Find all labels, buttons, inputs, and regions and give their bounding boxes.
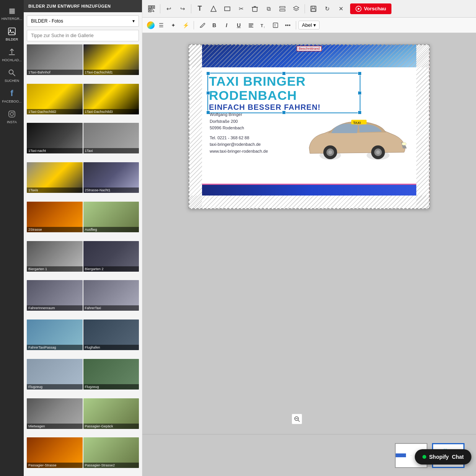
align-center-button[interactable]: ☰ xyxy=(155,20,167,31)
undo-button[interactable]: ↩ xyxy=(163,3,175,15)
svg-text:↕: ↕ xyxy=(264,26,265,28)
sidebar-item-hochlad[interactable]: HOCHLAD... xyxy=(0,44,24,64)
cut-button[interactable]: ✂ xyxy=(235,3,247,15)
contact-street: Dorfstraße 200 xyxy=(210,118,268,125)
panel-title: BILDER ZUM ENTWURF HINZUFÜGEN xyxy=(24,0,142,12)
sidebar-item-label: HOCHLAD... xyxy=(2,58,22,62)
sidebar-item-facebook[interactable]: f FACEBOO... xyxy=(0,86,24,106)
qr-button[interactable] xyxy=(145,3,158,15)
format-divider-2 xyxy=(296,21,296,29)
underline-button[interactable]: U xyxy=(233,20,245,31)
chat-button[interactable]: Shopify Chat xyxy=(415,449,471,465)
image-thumb-img-16[interactable]: Flughafen xyxy=(83,320,139,350)
image-thumb-img-13[interactable]: FahrerInnenraum xyxy=(27,280,83,311)
svg-rect-12 xyxy=(152,9,153,10)
svg-rect-9 xyxy=(149,7,150,8)
text-size-button[interactable]: T↕ xyxy=(258,20,269,31)
svg-point-39 xyxy=(328,150,332,154)
shape-button[interactable] xyxy=(207,3,220,15)
text-frame-button[interactable]: T xyxy=(270,20,281,31)
bold-button[interactable]: B xyxy=(209,20,220,31)
image-thumb-img-22[interactable]: Passagier-Strasse2 xyxy=(83,437,139,468)
image-thumb-img-5[interactable]: 1Taxi-nacht xyxy=(27,123,83,153)
hintergrund-icon: ▦ xyxy=(7,5,17,16)
more-button[interactable]: ••• xyxy=(282,20,293,31)
image-thumb-label: FahrerInnenraum xyxy=(27,305,83,311)
copy-button[interactable]: ⧉ xyxy=(262,3,275,15)
italic-button[interactable]: I xyxy=(221,20,232,31)
image-thumb-img-7[interactable]: 1Taxis xyxy=(27,162,83,193)
image-thumb-img-4[interactable]: 1Taxi-Dachschild3 xyxy=(83,84,139,114)
zoom-out-button[interactable] xyxy=(292,414,302,424)
image-thumb-label: Flughafen xyxy=(83,345,139,350)
image-thumb-img-18[interactable]: Flugzeug xyxy=(83,359,139,390)
image-thumb-img-15[interactable]: FahrerTaxiPassag xyxy=(27,320,83,350)
image-thumb-img-1[interactable]: 1Taxi-Bahnhof xyxy=(27,44,83,75)
sparkle-button[interactable]: ✦ xyxy=(168,20,179,31)
pen-button[interactable] xyxy=(196,20,208,31)
image-thumb-img-12[interactable]: Biergarten 2 xyxy=(83,241,139,272)
contact-phone: Tel. 0221 - 368 62 88 xyxy=(210,135,268,142)
image-thumb-label: Passagier-Strasse2 xyxy=(83,463,139,468)
font-select[interactable]: Abel ▾ xyxy=(298,21,320,29)
image-thumb-img-20[interactable]: Passagier-Gepäck xyxy=(83,398,139,429)
color-picker[interactable] xyxy=(147,21,155,29)
image-thumb-img-14[interactable]: FahrerTaxi xyxy=(83,280,139,311)
image-thumb-img-21[interactable]: Passagier-Strasse xyxy=(27,437,83,468)
image-thumb-label: 1Taxi-Dachschild3 xyxy=(83,109,139,114)
panel-dropdown[interactable]: BILDER - Fotos ▾ xyxy=(27,15,139,27)
chat-online-indicator xyxy=(422,455,426,459)
image-thumb-label: 1Taxis xyxy=(27,187,83,193)
canvas-content: TAXI BRINGER RODENBACH EINFACH BESSER FA… xyxy=(202,67,416,196)
text-align-button[interactable] xyxy=(245,20,257,31)
svg-rect-18 xyxy=(253,7,257,11)
chevron-down-icon: ▾ xyxy=(132,18,135,24)
image-thumb-img-11[interactable]: Biergarten 1 xyxy=(27,241,83,272)
format-toolbar: ☰ ✦ ⚡ B I U T↕ T ••• Abel ▾ xyxy=(142,18,476,33)
sidebar-item-label: SUCHEN xyxy=(5,79,19,83)
image-thumb-label: Mietwagen xyxy=(27,424,83,429)
sidebar-item-insta[interactable]: INSTA xyxy=(0,106,24,126)
toolbar-divider-3 xyxy=(305,4,305,13)
preview-button[interactable]: Vorschau xyxy=(350,3,391,14)
canvas-title-box[interactable]: TAXI BRINGER RODENBACH EINFACH BESSER FA… xyxy=(209,74,359,112)
format-divider-1 xyxy=(194,21,194,29)
image-thumb-img-10[interactable]: Ausflieg xyxy=(83,202,139,232)
layers-button[interactable] xyxy=(290,3,302,15)
image-thumb-img-17[interactable]: Flugzeug xyxy=(27,359,83,390)
svg-rect-0 xyxy=(8,28,15,35)
sidebar-item-hintergrund[interactable]: ▦ HINTERGR... xyxy=(0,3,24,23)
rectangle-button[interactable] xyxy=(221,3,233,15)
svg-rect-24 xyxy=(312,10,315,11)
canvas-blue-bar xyxy=(202,185,416,196)
contact-name: Wolfgang Bringer xyxy=(210,111,268,118)
align-button[interactable] xyxy=(276,3,289,15)
sidebar-item-label: FACEBOO... xyxy=(2,99,21,103)
sidebar-item-label: BILDER xyxy=(6,37,18,41)
dropdown-label: BILDER - Fotos xyxy=(31,18,63,24)
lightning-button[interactable]: ⚡ xyxy=(180,20,191,31)
image-thumb-label: 1Taxi-Dachschild2 xyxy=(27,109,83,114)
sidebar-item-suchen[interactable]: SUCHEN xyxy=(0,65,24,85)
delete-button[interactable] xyxy=(249,3,261,15)
image-thumb-img-19[interactable]: Mietwagen xyxy=(27,398,83,429)
image-thumb-img-2[interactable]: 1Taxi-Dachschild1 xyxy=(83,44,139,75)
image-thumb-label: Passagier-Gepäck xyxy=(83,424,139,429)
facebook-icon: f xyxy=(7,88,17,99)
image-thumb-label: Flugzeug xyxy=(27,384,83,390)
refresh-button[interactable]: ↻ xyxy=(321,3,333,15)
image-thumb-img-6[interactable]: 1Taxi xyxy=(83,123,139,153)
svg-rect-11 xyxy=(149,10,150,11)
image-thumb-img-9[interactable]: 2Strasse xyxy=(27,202,83,232)
gallery-search-input[interactable] xyxy=(27,30,139,41)
close-button[interactable]: ✕ xyxy=(335,3,347,15)
svg-text:T: T xyxy=(261,23,263,28)
image-grid: 1Taxi-Bahnhof1Taxi-Dachschild11Taxi-Dach… xyxy=(24,44,142,476)
text-button[interactable]: T xyxy=(194,3,206,15)
save-button[interactable] xyxy=(307,3,320,15)
redo-button[interactable]: ↪ xyxy=(176,3,189,15)
sidebar-item-bilder[interactable]: BILDER xyxy=(0,24,24,44)
image-thumb-img-3[interactable]: 1Taxi-Dachschild2 xyxy=(27,84,83,114)
image-thumb-label: 2Strasse-Nacht1 xyxy=(83,187,139,193)
image-thumb-img-8[interactable]: 2Strasse-Nacht1 xyxy=(83,162,139,193)
